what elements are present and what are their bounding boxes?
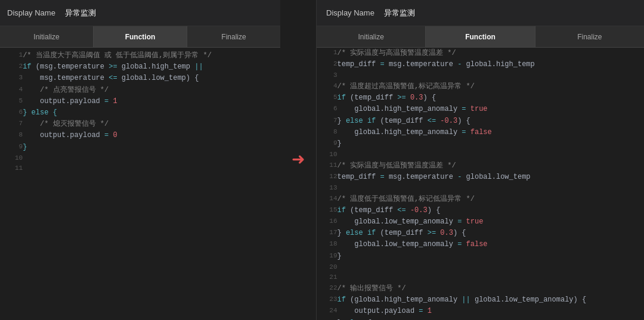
right-tab-finalize[interactable]: Finalize [535,26,644,47]
left-panel: Display Name 异常监测 Initialize Function Fi… [0,0,280,320]
table-row: 6 global.high_temp_anomaly = true [317,104,644,115]
right-panel-header: Display Name 异常监测 [317,0,644,26]
table-row: 1 /* 实际温度与高温预警温度温差 */ [317,48,644,59]
table-row: 2 temp_diff = msg.temperature - global.h… [317,59,644,70]
right-code-area: 1 /* 实际温度与高温预警温度温差 */ 2 temp_diff = msg.… [317,48,644,320]
table-row: 7 } else if (temp_diff <= -0.3) { [317,116,644,127]
main-container: Display Name 异常监测 Initialize Function Fi… [0,0,644,320]
left-code-table: 1 /* 当温度大于高温阈值 或 低于低温阈值,则属于异常 */ 2 if (m… [0,50,280,174]
table-row: 10 [0,153,280,164]
table-row: 6 } else { [0,107,280,119]
table-row: 25 } else { [317,318,644,320]
table-row: 4 /* 温度超过高温预警值,标记高温异常 */ [317,81,644,92]
table-row: 18 global.low_temp_anomaly = false [317,239,644,250]
table-row: 5 if (temp_diff >= 0.3) { [317,92,644,104]
table-row: 19 } [317,251,644,262]
table-row: 22 /* 输出报警信号 */ [317,283,644,294]
table-row: 9 } [317,138,644,150]
arrow-container: ➜ [280,147,316,173]
right-tab-function[interactable]: Function [426,26,535,47]
table-row: 15 if (temp_diff <= -0.3) { [317,205,644,216]
right-panel: Display Name 异常监测 Initialize Function Fi… [316,0,644,320]
table-row: 17 } else if (temp_diff >= 0.3) { [317,228,644,239]
left-display-name-label: Display Name [7,8,55,17]
left-tab-finalize[interactable]: Finalize [187,26,280,47]
table-row: 24 output.payload = 1 [317,306,644,317]
left-tab-initialize[interactable]: Initialize [0,26,94,47]
table-row: 20 [317,262,644,273]
transition-arrow: ➜ [292,147,305,173]
table-row: 9 } [0,142,280,153]
left-tab-bar: Initialize Function Finalize [0,26,280,48]
right-tab-initialize[interactable]: Initialize [317,26,426,47]
right-display-name-value: 异常监测 [384,8,415,18]
table-row: 8 output.payload = 0 [0,130,280,141]
left-display-name-value: 异常监测 [65,8,96,18]
table-row: 21 [317,272,644,283]
table-row: 3 msg.temperature <= global.low_temp) { [0,73,280,84]
left-panel-header: Display Name 异常监测 [0,0,280,26]
table-row: 13 [317,183,644,194]
table-row: 16 global.low_temp_anomaly = true [317,216,644,228]
right-tab-bar: Initialize Function Finalize [317,26,644,48]
right-code-table: 1 /* 实际温度与高温预警温度温差 */ 2 temp_diff = msg.… [317,48,644,320]
table-row: 7 /* 熄灭报警信号 */ [0,119,280,130]
left-tab-function[interactable]: Function [94,26,187,47]
table-row: 2 if (msg.temperature >= global.high_tem… [0,61,280,73]
table-row: 1 /* 当温度大于高温阈值 或 低于低温阈值,则属于异常 */ [0,50,280,61]
table-row: 5 output.payload = 1 [0,96,280,107]
table-row: 11 /* 实际温度与低温预警温度温差 */ [317,160,644,172]
table-row: 11 [0,163,280,174]
table-row: 8 global.high_temp_anomaly = false [317,127,644,138]
table-row: 14 /* 温度低于低温预警值,标记低温异常 */ [317,194,644,205]
table-row: 4 /* 点亮警报信号 */ [0,85,280,96]
table-row: 23 if (global.high_temp_anomaly || globa… [317,294,644,306]
left-code-area: 1 /* 当温度大于高温阈值 或 低于低温阈值,则属于异常 */ 2 if (m… [0,48,280,320]
table-row: 3 [317,70,644,81]
table-row: 10 [317,150,644,160]
table-row: 12 temp_diff = msg.temperature - global.… [317,172,644,183]
right-display-name-label: Display Name [326,8,374,17]
